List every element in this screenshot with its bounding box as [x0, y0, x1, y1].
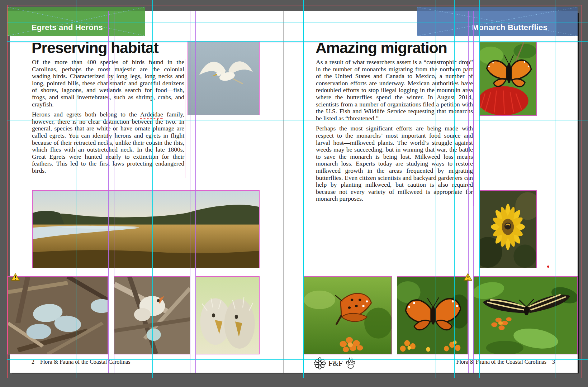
- ruler-guide-vertical[interactable]: [454, 0, 455, 378]
- column-guide[interactable]: [392, 11, 392, 373]
- photo-yellow-flower-bee[interactable]: [479, 190, 537, 268]
- column-guide[interactable]: [195, 11, 196, 373]
- photo-eggs-in-nest[interactable]: [8, 276, 108, 354]
- ruler-guide-vertical[interactable]: [303, 0, 304, 378]
- section-tab-egrets-herons[interactable]: Egrets and Herons: [8, 7, 145, 36]
- ruler-guide-horizontal[interactable]: [7, 276, 588, 276]
- ruler-guide-vertical[interactable]: [152, 0, 153, 378]
- ruler-guide-horizontal[interactable]: [7, 190, 588, 190]
- flower-icon: [313, 357, 326, 370]
- warning-icon[interactable]: [11, 273, 20, 281]
- column-guide[interactable]: [468, 11, 469, 373]
- photo-chicks-closeup[interactable]: [195, 276, 260, 354]
- logo-text: F&F: [328, 359, 343, 368]
- ruler-guide-horizontal[interactable]: [7, 37, 588, 37]
- photo-fritillary-side[interactable]: [303, 276, 392, 354]
- warning-icon[interactable]: [464, 273, 472, 281]
- bleed-dim-strip: [417, 7, 578, 11]
- ruler-guide-vertical[interactable]: [479, 0, 480, 378]
- ruler-guide-horizontal[interactable]: [7, 41, 588, 42]
- photo-fritillary-open[interactable]: [397, 276, 468, 354]
- column-guide[interactable]: [473, 11, 474, 373]
- section-tab-monarch-butterflies[interactable]: Monarch Butterflies: [417, 7, 578, 36]
- marker-dot: [547, 266, 549, 268]
- paragraph: As a result of what researchers assert i…: [316, 59, 473, 122]
- ruler-guide-horizontal[interactable]: [7, 120, 588, 120]
- column-guide[interactable]: [114, 11, 114, 373]
- photo-egret-flying[interactable]: [188, 41, 260, 115]
- bleed-dim-strip: [8, 7, 145, 11]
- margin-guide[interactable]: [10, 43, 578, 43]
- ruler-guide-vertical[interactable]: [267, 0, 267, 378]
- photo-zebra-longwing[interactable]: [473, 276, 578, 354]
- bleed-dim-strip: [556, 7, 578, 36]
- photo-marsh-landscape[interactable]: [32, 190, 260, 268]
- ruler-guide-vertical[interactable]: [76, 0, 76, 378]
- column-guide[interactable]: [108, 11, 109, 373]
- ruler-guide-vertical[interactable]: [555, 0, 555, 378]
- section-tab-label: Monarch Butterflies: [472, 23, 547, 32]
- photo-monarch-red-flower[interactable]: [479, 42, 537, 116]
- pasteboard: Egrets and Herons Monarch Butterflies Pr…: [0, 0, 588, 387]
- body-text-right[interactable]: As a result of what researchers assert i…: [315, 59, 474, 206]
- paragraph: Perhaps the most significant efforts are…: [316, 125, 473, 202]
- column-guide[interactable]: [397, 11, 397, 373]
- column-guide[interactable]: [190, 11, 190, 373]
- ruler-guide-horizontal[interactable]: [7, 355, 588, 355]
- publisher-logo: F&F: [313, 357, 356, 370]
- ruler-guide-horizontal[interactable]: [7, 359, 588, 360]
- ruler-guide-horizontal[interactable]: [7, 23, 588, 23]
- ruler-guide-vertical[interactable]: [436, 0, 436, 378]
- section-tab-label: Egrets and Herons: [32, 23, 103, 32]
